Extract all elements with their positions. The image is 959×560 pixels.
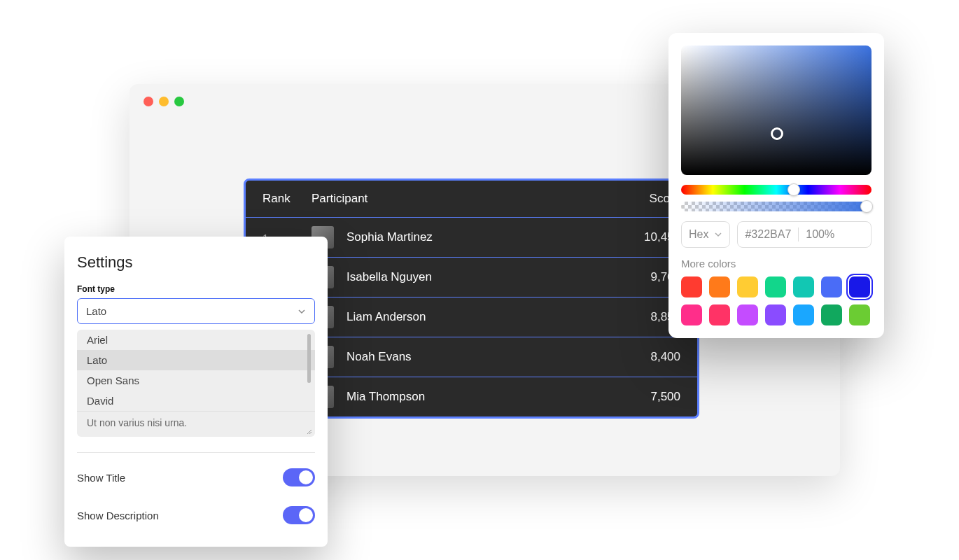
color-swatch[interactable] <box>681 304 702 326</box>
color-swatch[interactable] <box>821 276 842 298</box>
score-cell: 8,400 <box>617 350 680 364</box>
hue-slider[interactable] <box>681 185 872 195</box>
color-swatch[interactable] <box>849 276 870 298</box>
minimize-window-button[interactable] <box>159 97 169 106</box>
divider <box>77 452 315 453</box>
dropdown-option[interactable]: Ariel <box>77 330 315 350</box>
header-participant: Participant <box>312 192 617 206</box>
color-format-label: Hex <box>689 228 708 241</box>
color-swatch[interactable] <box>681 276 702 298</box>
font-type-value: Lato <box>86 305 106 317</box>
color-swatch[interactable] <box>849 304 870 326</box>
chevron-down-icon <box>714 230 722 239</box>
color-swatch[interactable] <box>793 276 814 298</box>
color-swatch[interactable] <box>765 276 786 298</box>
more-colors-label: More colors <box>681 258 872 270</box>
color-value-input[interactable]: #322BA7 100% <box>737 221 872 248</box>
color-swatch[interactable] <box>793 304 814 326</box>
divider <box>798 227 799 241</box>
dropdown-option[interactable]: David <box>77 391 315 411</box>
resize-handle-icon[interactable] <box>304 426 312 434</box>
participant-name: Mia Thompson <box>346 390 617 404</box>
settings-title: Settings <box>77 253 315 272</box>
font-type-dropdown: ArielLatoOpen SansDavid Ut non varius ni… <box>77 330 315 437</box>
color-swatch[interactable] <box>709 276 730 298</box>
show-description-toggle[interactable] <box>283 506 315 524</box>
alpha-thumb[interactable] <box>860 200 873 213</box>
color-swatch[interactable] <box>709 304 730 326</box>
show-title-row: Show Title <box>77 458 315 496</box>
show-title-label: Show Title <box>77 472 125 484</box>
font-type-select[interactable]: Lato <box>77 298 315 324</box>
dropdown-option[interactable]: Lato <box>77 350 315 370</box>
color-swatch[interactable] <box>737 276 758 298</box>
color-swatch[interactable] <box>737 304 758 326</box>
maximize-window-button[interactable] <box>174 97 184 106</box>
leaderboard-header: Rank Participant Score <box>246 181 697 217</box>
picker-cursor[interactable] <box>771 127 783 140</box>
header-rank: Rank <box>262 192 312 206</box>
color-swatch[interactable] <box>765 304 786 326</box>
dropdown-option[interactable]: Open Sans <box>77 370 315 391</box>
hue-thumb[interactable] <box>788 183 800 196</box>
settings-panel: Settings Font type Lato ArielLatoOpen Sa… <box>64 237 328 547</box>
font-type-label: Font type <box>77 284 315 294</box>
picker-inputs: Hex #322BA7 100% <box>681 221 872 248</box>
participant-name: Sophia Martinez <box>346 230 617 244</box>
color-format-select[interactable]: Hex <box>681 221 730 248</box>
show-description-row: Show Description <box>77 496 315 534</box>
show-description-label: Show Description <box>77 510 159 522</box>
color-picker: Hex #322BA7 100% More colors <box>668 33 884 338</box>
saturation-area[interactable] <box>681 46 872 175</box>
note-textarea[interactable]: Ut non varius nisi urna. <box>77 411 315 437</box>
chevron-down-icon <box>298 307 306 316</box>
hex-value: #322BA7 <box>745 228 791 241</box>
participant-name: Liam Anderson <box>346 310 617 324</box>
alpha-slider[interactable] <box>681 202 872 211</box>
show-title-toggle[interactable] <box>283 468 315 486</box>
swatch-grid <box>681 276 872 326</box>
close-window-button[interactable] <box>144 97 153 106</box>
opacity-value: 100% <box>806 228 834 241</box>
participant-name: Isabella Nguyen <box>346 270 617 284</box>
scrollbar[interactable] <box>307 334 311 383</box>
score-cell: 7,500 <box>617 390 680 404</box>
participant-name: Noah Evans <box>346 350 617 364</box>
color-swatch[interactable] <box>821 304 842 326</box>
